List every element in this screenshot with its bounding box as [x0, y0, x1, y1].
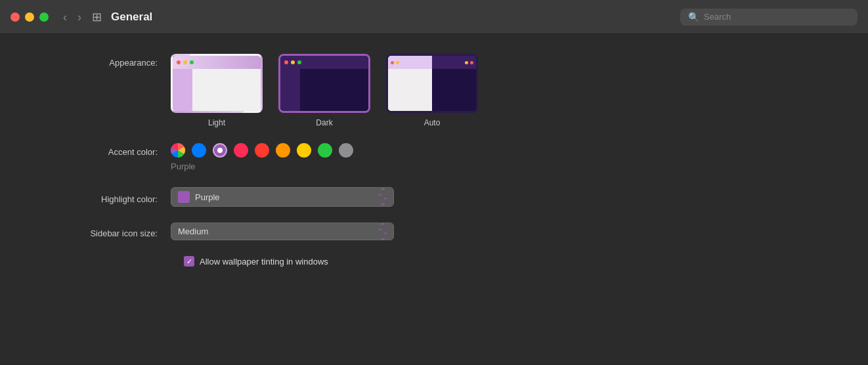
- appearance-thumb-dark: [278, 54, 370, 113]
- accent-swatch-orange[interactable]: [276, 143, 290, 158]
- maximize-button[interactable]: [39, 12, 49, 22]
- accent-swatch-green[interactable]: [318, 143, 332, 158]
- sidebar-icon-size-label: Sidebar icon size:: [39, 225, 171, 238]
- appearance-row: Appearance: Light: [39, 54, 829, 127]
- window-controls: [11, 12, 49, 22]
- forward-button[interactable]: ›: [74, 10, 85, 24]
- sidebar-icon-size-row: Sidebar icon size: Medium ⌃⌄: [39, 223, 829, 240]
- sidebar-dropdown-arrow-icon: ⌃⌄: [379, 221, 387, 242]
- accent-colors: [171, 143, 353, 158]
- accent-color-label: Accent color:: [39, 143, 171, 157]
- dropdown-arrow-icon: ⌃⌄: [379, 186, 387, 207]
- main-content: Appearance: Light: [0, 34, 868, 286]
- highlight-color-swatch: [178, 191, 190, 203]
- wallpaper-tinting-row: ✓ Allow wallpaper tinting in windows: [184, 256, 829, 267]
- wallpaper-tinting-checkbox[interactable]: ✓: [184, 256, 194, 267]
- checkmark-icon: ✓: [186, 258, 192, 265]
- sidebar-icon-size-value: Medium: [178, 226, 208, 236]
- sidebar-icon-size-dropdown-wrapper: Medium ⌃⌄: [171, 223, 394, 240]
- highlight-color-dropdown-wrapper: Purple ⌃⌄: [171, 187, 394, 207]
- appearance-label: Appearance:: [39, 54, 171, 68]
- accent-colors-wrap: Purple: [171, 143, 353, 171]
- appearance-auto[interactable]: Auto: [386, 54, 478, 127]
- minimize-button[interactable]: [25, 12, 34, 22]
- highlight-color-label: Highlight color:: [39, 190, 171, 204]
- appearance-auto-label: Auto: [424, 118, 441, 127]
- title-bar: ‹ › ⊞ General 🔍: [0, 0, 868, 34]
- appearance-dark-label: Dark: [316, 118, 332, 127]
- appearance-light-label: Light: [208, 118, 225, 127]
- accent-swatch-purple[interactable]: [213, 143, 227, 158]
- wallpaper-tinting-label: Allow wallpaper tinting in windows: [200, 257, 328, 267]
- appearance-light[interactable]: Light: [171, 54, 263, 127]
- accent-swatch-blue[interactable]: [192, 143, 206, 158]
- nav-controls: ‹ ›: [59, 10, 85, 24]
- highlight-color-row: Highlight color: Purple ⌃⌄: [39, 187, 829, 207]
- accent-swatch-graphite[interactable]: [339, 143, 353, 158]
- close-button[interactable]: [11, 12, 20, 22]
- grid-button[interactable]: ⊞: [85, 10, 108, 24]
- accent-swatch-pink[interactable]: [234, 143, 248, 158]
- accent-swatch-multicolor[interactable]: [171, 143, 185, 158]
- appearance-thumb-light: [171, 54, 263, 113]
- search-bar: 🔍: [680, 9, 857, 26]
- accent-selected-label: Purple: [171, 161, 353, 171]
- accent-swatch-red[interactable]: [255, 143, 269, 158]
- search-icon: 🔍: [688, 12, 699, 22]
- back-button[interactable]: ‹: [59, 10, 71, 24]
- accent-color-row: Accent color:: [39, 143, 829, 171]
- page-title: General: [111, 11, 152, 24]
- highlight-color-dropdown[interactable]: Purple ⌃⌄: [171, 187, 394, 207]
- search-input[interactable]: [704, 12, 850, 22]
- accent-swatch-yellow[interactable]: [297, 143, 311, 158]
- highlight-color-value: Purple: [195, 192, 220, 202]
- appearance-thumb-auto: [386, 54, 478, 113]
- sidebar-icon-size-dropdown[interactable]: Medium ⌃⌄: [171, 223, 394, 240]
- appearance-options: Light Dark: [171, 54, 478, 127]
- appearance-dark[interactable]: Dark: [278, 54, 370, 127]
